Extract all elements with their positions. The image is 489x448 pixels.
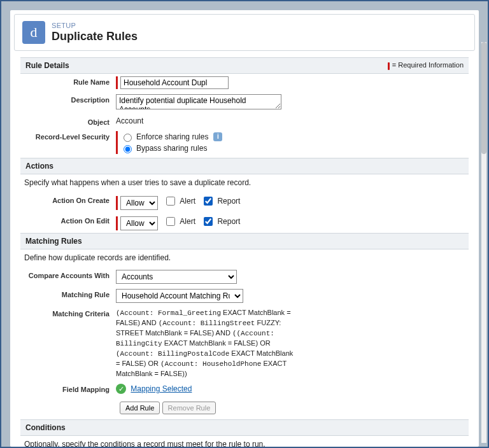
matching-help: Define how duplicate records are identif… xyxy=(20,249,469,267)
mapping-selected-link[interactable]: Mapping Selected xyxy=(131,384,192,393)
object-value: Account xyxy=(116,116,469,125)
section-title: Actions xyxy=(25,162,53,171)
on-edit-report-checkbox[interactable] xyxy=(204,217,213,226)
object-label: Object xyxy=(20,116,116,126)
rule-name-input[interactable] xyxy=(120,76,229,89)
description-label: Description xyxy=(20,94,116,104)
page-header: d SETUP Duplicate Rules xyxy=(14,14,475,51)
matching-rule-select[interactable]: Household Account Matching Rule xyxy=(116,289,243,303)
rls-enforce-radio[interactable] xyxy=(124,134,132,142)
setup-breadcrumb: SETUP xyxy=(52,22,138,29)
action-on-edit-select[interactable]: Allow xyxy=(120,216,158,230)
on-edit-alert-checkbox[interactable] xyxy=(166,217,175,226)
action-on-edit-label: Action On Edit xyxy=(20,215,116,225)
alert-label: Alert xyxy=(180,217,195,226)
add-rule-button[interactable]: Add Rule xyxy=(120,402,160,414)
action-on-create-select[interactable]: Allow xyxy=(120,196,158,210)
required-bar-icon xyxy=(388,62,390,70)
conditions-help: Optionally, specify the conditions a rec… xyxy=(20,436,469,447)
section-title: Matching Rules xyxy=(25,237,82,246)
content-scroll[interactable]: Rule Details = Required Information Rule… xyxy=(10,57,479,447)
section-title: Rule Details xyxy=(25,61,69,70)
section-conditions: Conditions xyxy=(20,419,469,436)
check-icon: ✓ xyxy=(116,384,126,394)
alert-label: Alert xyxy=(180,197,195,206)
required-info-note: = Required Information xyxy=(388,61,464,69)
matching-rule-label: Matching Rule xyxy=(20,289,116,298)
report-label: Report xyxy=(217,197,240,206)
section-title: Conditions xyxy=(25,423,66,432)
on-create-report-checkbox[interactable] xyxy=(204,197,213,206)
rls-bypass-radio[interactable] xyxy=(124,145,132,153)
section-rule-details: Rule Details = Required Information xyxy=(20,57,469,74)
rls-bypass-label: Bypass sharing rules xyxy=(136,143,207,154)
field-mapping-label: Field Mapping xyxy=(20,384,116,393)
report-label: Report xyxy=(217,217,240,226)
action-on-create-label: Action On Create xyxy=(20,195,116,204)
info-icon[interactable]: i xyxy=(213,132,222,141)
on-create-alert-checkbox[interactable] xyxy=(166,197,175,206)
matching-criteria-text: (Account: Formal_Greeting EXACT MatchBla… xyxy=(116,308,294,379)
page-title: Duplicate Rules xyxy=(52,31,138,43)
rls-label: Record-Level Security xyxy=(20,131,116,141)
description-textarea[interactable]: Identify potential duplicate Household A… xyxy=(116,94,281,109)
actions-help: Specify what happens when a user tries t… xyxy=(20,174,469,192)
section-actions: Actions xyxy=(20,158,469,174)
remove-rule-button[interactable]: Remove Rule xyxy=(162,402,216,414)
matching-criteria-label: Matching Criteria xyxy=(20,308,116,318)
compare-with-select[interactable]: Accounts xyxy=(116,270,237,284)
compare-with-label: Compare Accounts With xyxy=(20,270,116,279)
section-matching-rules: Matching Rules xyxy=(20,233,469,249)
rule-name-label: Rule Name xyxy=(20,76,116,86)
rls-enforce-label: Enforce sharing rules xyxy=(136,131,208,143)
duplicate-rules-icon: d xyxy=(22,21,45,44)
